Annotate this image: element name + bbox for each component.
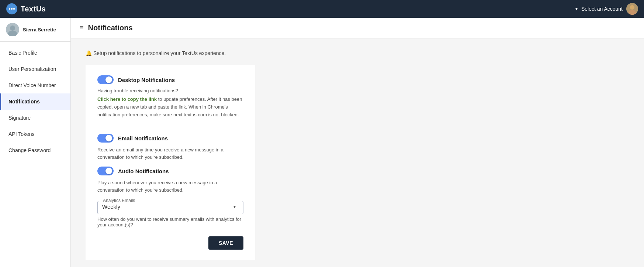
sidebar-item-user-personalization[interactable]: User Personalization <box>0 61 70 77</box>
audio-notifications-desc: Play a sound whenever you receive a new … <box>97 179 243 194</box>
save-button[interactable]: SAVE <box>208 236 243 250</box>
copy-link-description: Click here to copy the link to update pr… <box>97 96 243 119</box>
logo-text: TextUs <box>21 5 46 13</box>
email-notifications-toggle[interactable] <box>97 134 114 143</box>
audio-notifications-row: Audio Notifications <box>97 167 243 175</box>
audio-toggle-slider <box>97 167 114 175</box>
sidebar: Sierra Serrette Basic Profile User Perso… <box>0 18 71 267</box>
sidebar-item-direct-voice-number[interactable]: Direct Voice Number <box>0 77 70 93</box>
analytics-help-text: How often do you want to receive summary… <box>97 216 243 227</box>
top-nav: TextUs ▾ Select an Account <box>0 0 644 18</box>
svg-point-3 <box>13 8 15 10</box>
svg-point-5 <box>630 5 634 10</box>
svg-point-8 <box>10 25 15 31</box>
sidebar-nav: Basic Profile User Personalization Direc… <box>0 42 70 158</box>
sidebar-item-signature[interactable]: Signature <box>0 110 70 126</box>
content-area: 🔔 Setup notifications to personalize you… <box>71 38 403 267</box>
app-container: Sierra Serrette Basic Profile User Perso… <box>0 18 644 267</box>
trouble-text: Having trouble receiving notifications? <box>97 88 243 93</box>
sidebar-username: Sierra Serrette <box>23 27 56 32</box>
email-toggle-slider <box>97 134 114 143</box>
sidebar-item-change-password[interactable]: Change Password <box>0 142 70 158</box>
user-avatar-top <box>626 3 638 15</box>
desktop-toggle-slider <box>97 75 114 84</box>
email-notifications-label: Email Notifications <box>118 135 168 141</box>
section-divider-1 <box>97 126 243 126</box>
setup-description: 🔔 Setup notifications to personalize you… <box>86 50 388 56</box>
email-notifications-row: Email Notifications <box>97 134 243 143</box>
notifications-card: Desktop Notifications Having trouble rec… <box>86 65 255 260</box>
audio-notifications-label: Audio Notifications <box>118 168 169 174</box>
analytics-select-wrapper: Never Daily Weekly Monthly ▾ <box>102 203 239 210</box>
desktop-notifications-row: Desktop Notifications <box>97 75 243 84</box>
svg-point-1 <box>9 8 10 10</box>
sidebar-avatar <box>6 23 19 36</box>
main-content: ≡ Notifications 🔔 Setup notifications to… <box>71 18 644 267</box>
analytics-frequency-select[interactable]: Never Daily Weekly Monthly <box>102 203 239 210</box>
sidebar-item-basic-profile[interactable]: Basic Profile <box>0 45 70 61</box>
chevron-down-icon: ▾ <box>575 6 578 11</box>
textus-logo-icon <box>6 3 18 15</box>
analytics-emails-section: Analytics Emails Never Daily Weekly Mont… <box>97 201 243 227</box>
sidebar-item-api-tokens[interactable]: API Tokens <box>0 126 70 142</box>
page-header: ≡ Notifications <box>71 18 644 38</box>
svg-point-2 <box>11 8 13 10</box>
desktop-notifications-toggle[interactable] <box>97 75 114 84</box>
page-title: Notifications <box>88 24 133 32</box>
analytics-label-box: Analytics Emails Never Daily Weekly Mont… <box>97 201 243 214</box>
save-row: SAVE <box>97 236 243 250</box>
analytics-fieldset-label: Analytics Emails <box>101 198 136 203</box>
copy-link-button[interactable]: Click here to copy the link <box>97 96 157 102</box>
email-notifications-desc: Receive an email any time you receive a … <box>97 146 243 161</box>
account-selector[interactable]: ▾ Select an Account <box>575 3 638 15</box>
hamburger-icon: ≡ <box>80 24 84 32</box>
sidebar-item-notifications[interactable]: Notifications <box>0 93 70 110</box>
sidebar-user-info: Sierra Serrette <box>0 18 70 42</box>
desktop-notifications-label: Desktop Notifications <box>118 77 175 83</box>
logo-area: TextUs <box>6 3 46 15</box>
select-account-label: Select an Account <box>581 6 623 12</box>
audio-notifications-toggle[interactable] <box>97 167 114 175</box>
